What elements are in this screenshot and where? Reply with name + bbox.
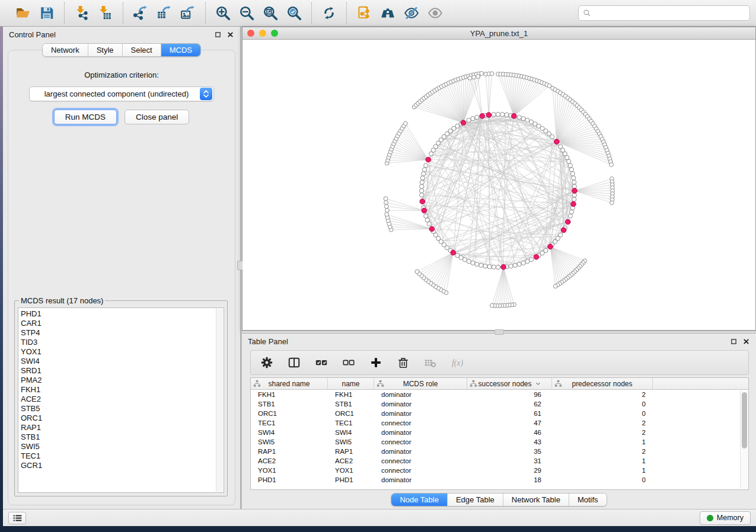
tab-mcds[interactable]: MCDS — [161, 44, 200, 56]
cell-shared-name[interactable]: STB1 — [251, 400, 328, 408]
delete-icon[interactable] — [395, 355, 411, 370]
search-binoculars-icon[interactable] — [376, 2, 400, 24]
cell-shared-name[interactable]: ACE2 — [251, 457, 328, 464]
cell-shared-name[interactable]: SWI4 — [251, 429, 328, 436]
zoom-out-icon[interactable] — [235, 2, 259, 24]
network-search-box[interactable] — [578, 5, 750, 21]
table-row[interactable]: SWI4SWI4dominator462 — [251, 428, 748, 437]
cell-predecessor-nodes[interactable]: 0 — [552, 400, 653, 408]
cell-predecessor-nodes[interactable]: 2 — [552, 391, 653, 398]
cell-name[interactable]: STB1 — [328, 400, 374, 408]
cell-predecessor-nodes[interactable]: 2 — [552, 448, 653, 455]
import-network-icon[interactable] — [70, 2, 94, 24]
mcds-result-item[interactable]: ACE2 — [21, 395, 215, 404]
new-network-from-selection-icon[interactable] — [352, 2, 376, 24]
cell-shared-name[interactable]: ORC1 — [251, 410, 328, 417]
network-window-titlebar[interactable]: YPA_prune.txt_1 — [243, 27, 755, 40]
cell-name[interactable]: YOX1 — [328, 467, 374, 474]
mcds-result-item[interactable]: ORC1 — [21, 414, 215, 423]
mcds-result-item[interactable]: TEC1 — [21, 451, 215, 461]
close-panel-icon[interactable] — [227, 31, 234, 39]
mcds-result-item[interactable]: SRD1 — [21, 366, 215, 376]
cell-MCDS-role[interactable]: dominator — [374, 391, 467, 398]
mcds-result-item[interactable]: FKH1 — [21, 385, 215, 395]
table-scrollbar-thumb[interactable] — [742, 392, 747, 448]
column-header-predecessor-nodes[interactable]: predecessor nodes — [552, 378, 653, 389]
cell-successor-nodes[interactable]: 47 — [467, 419, 552, 427]
mcds-result-item[interactable]: TID3 — [21, 338, 215, 347]
mcds-result-item[interactable]: RAP1 — [21, 423, 215, 432]
mcds-result-item[interactable]: PMA2 — [21, 376, 215, 385]
table-scrollbar[interactable] — [740, 390, 748, 489]
cell-name[interactable]: SWI4 — [328, 429, 374, 436]
cell-name[interactable]: TEC1 — [328, 419, 374, 427]
cell-successor-nodes[interactable]: 29 — [467, 467, 552, 474]
cell-name[interactable]: FKH1 — [328, 391, 374, 398]
horizontal-splitter-handle[interactable] — [495, 329, 504, 335]
memory-button[interactable]: Memory — [700, 511, 751, 525]
tab-network-table[interactable]: Network Table — [503, 493, 569, 506]
cell-successor-nodes[interactable]: 62 — [467, 400, 552, 408]
cell-name[interactable]: ORC1 — [328, 410, 374, 417]
table-row[interactable]: RAP1RAP1dominator352 — [251, 447, 748, 456]
tab-select[interactable]: Select — [122, 44, 161, 56]
zoom-fit-icon[interactable] — [259, 2, 282, 24]
cell-successor-nodes[interactable]: 35 — [467, 448, 552, 455]
search-input[interactable] — [594, 9, 745, 18]
zoom-selected-icon[interactable] — [282, 2, 306, 24]
mcds-result-item[interactable]: CAR1 — [21, 319, 215, 328]
minimize-window-icon[interactable] — [259, 30, 266, 37]
cell-successor-nodes[interactable]: 61 — [467, 410, 552, 417]
cell-shared-name[interactable]: FKH1 — [251, 391, 328, 398]
export-network-icon[interactable] — [129, 2, 152, 24]
table-row[interactable]: ORC1ORC1dominator610 — [251, 409, 748, 418]
cell-predecessor-nodes[interactable]: 1 — [552, 467, 653, 474]
open-session-icon[interactable] — [11, 2, 35, 24]
close-panel-button[interactable]: Close panel — [125, 110, 189, 124]
deselect-all-icon[interactable] — [341, 355, 356, 370]
tab-motifs[interactable]: Motifs — [569, 493, 607, 506]
cell-MCDS-role[interactable]: dominator — [374, 476, 467, 483]
columns-icon[interactable] — [286, 355, 302, 370]
save-session-icon[interactable] — [35, 2, 59, 24]
zoom-in-icon[interactable] — [211, 2, 235, 24]
close-table-panel-icon[interactable] — [742, 338, 750, 345]
cell-predecessor-nodes[interactable]: 0 — [552, 410, 653, 417]
optimization-criterion-dropdown[interactable]: largest connected component (undirected) — [29, 86, 214, 101]
mcds-result-item[interactable]: STP4 — [21, 328, 215, 338]
cell-predecessor-nodes[interactable]: 2 — [552, 419, 653, 427]
cell-successor-nodes[interactable]: 18 — [467, 476, 552, 483]
tab-style[interactable]: Style — [88, 44, 122, 56]
cell-MCDS-role[interactable]: connector — [374, 467, 467, 474]
mcds-result-listbox[interactable]: PHD1CAR1STP4TID3YOX1SWI4SRD1PMA2FKH1ACE2… — [18, 307, 224, 493]
mcds-result-item[interactable]: GCR1 — [21, 461, 215, 470]
cell-shared-name[interactable]: YOX1 — [251, 467, 328, 474]
cell-MCDS-role[interactable]: dominator — [374, 410, 467, 417]
table-row[interactable]: YOX1YOX1connector291 — [251, 466, 748, 475]
mcds-result-item[interactable]: STB1 — [21, 432, 215, 442]
cell-successor-nodes[interactable]: 31 — [467, 457, 552, 464]
cell-MCDS-role[interactable]: dominator — [374, 448, 467, 455]
mcds-result-item[interactable]: SWI5 — [21, 442, 215, 451]
tab-edge-table[interactable]: Edge Table — [447, 493, 503, 506]
export-table-icon[interactable] — [152, 2, 176, 24]
cell-shared-name[interactable]: RAP1 — [251, 448, 328, 455]
column-header-shared-name[interactable]: shared name — [251, 378, 328, 389]
network-canvas[interactable] — [243, 40, 755, 330]
add-icon[interactable] — [368, 355, 384, 370]
column-header-MCDS-role[interactable]: MCDS role — [374, 378, 467, 389]
float-panel-icon[interactable] — [214, 31, 222, 39]
table-row[interactable]: ACE2ACE2connector311 — [251, 456, 748, 466]
cell-successor-nodes[interactable]: 96 — [467, 391, 552, 398]
cell-predecessor-nodes[interactable]: 1 — [552, 457, 653, 464]
cell-MCDS-role[interactable]: connector — [374, 438, 467, 446]
float-table-panel-icon[interactable] — [730, 338, 738, 345]
mcds-result-item[interactable]: YOX1 — [21, 347, 215, 357]
cell-name[interactable]: PHD1 — [328, 476, 374, 483]
run-mcds-button[interactable]: Run MCDS — [54, 110, 117, 124]
mcds-result-item[interactable]: STB5 — [21, 404, 215, 414]
export-image-icon[interactable] — [176, 2, 200, 24]
mcds-result-item[interactable]: PHD1 — [21, 309, 215, 319]
import-table-icon[interactable] — [94, 2, 117, 24]
table-row[interactable]: SWI5SWI5connector431 — [251, 437, 748, 447]
